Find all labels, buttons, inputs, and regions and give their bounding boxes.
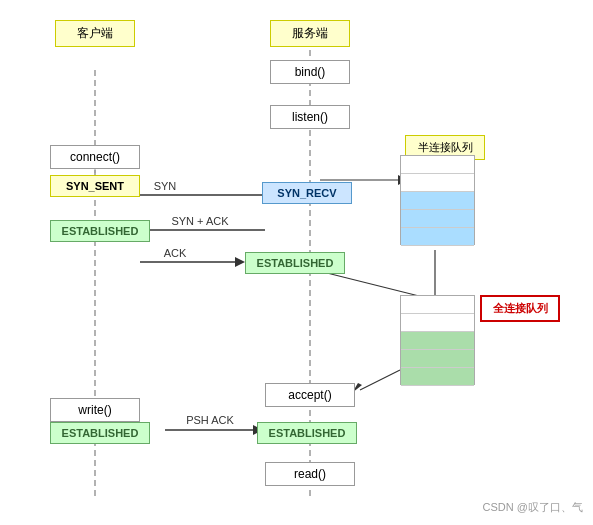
svg-text:ACK: ACK <box>164 247 187 259</box>
syn-sent-box: SYN_SENT <box>50 175 140 197</box>
svg-text:SYN: SYN <box>154 180 177 192</box>
client-label: 客户端 <box>55 20 135 47</box>
established-server-box: ESTABLISHED <box>245 252 345 274</box>
svg-text:SYN + ACK: SYN + ACK <box>171 215 229 227</box>
fqueue-row-5 <box>401 368 474 386</box>
queue-row-4 <box>401 210 474 228</box>
diagram: SYN SYN + ACK ACK PSH ACK 客户端 <box>0 0 593 525</box>
write-box: write() <box>50 398 140 422</box>
connect-box: connect() <box>50 145 140 169</box>
accept-box: accept() <box>265 383 355 407</box>
established-client-box: ESTABLISHED <box>50 220 150 242</box>
fqueue-row-1 <box>401 296 474 314</box>
watermark: CSDN @叹了口、气 <box>483 500 583 515</box>
established-write-client-box: ESTABLISHED <box>50 422 150 444</box>
queue-row-5 <box>401 228 474 246</box>
semi-queue-container <box>400 155 475 245</box>
established-write-server-box: ESTABLISHED <box>257 422 357 444</box>
queue-row-1 <box>401 156 474 174</box>
svg-line-16 <box>360 370 400 390</box>
syn-recv-box: SYN_RECV <box>262 182 352 204</box>
full-queue-container <box>400 295 475 385</box>
fqueue-row-2 <box>401 314 474 332</box>
fqueue-row-3 <box>401 332 474 350</box>
server-label: 服务端 <box>270 20 350 47</box>
full-queue-label: 全连接队列 <box>480 295 560 322</box>
svg-text:PSH ACK: PSH ACK <box>186 414 234 426</box>
queue-row-2 <box>401 174 474 192</box>
queue-row-3 <box>401 192 474 210</box>
svg-marker-9 <box>235 257 245 267</box>
listen-box: listen() <box>270 105 350 129</box>
read-box: read() <box>265 462 355 486</box>
bind-box: bind() <box>270 60 350 84</box>
fqueue-row-4 <box>401 350 474 368</box>
